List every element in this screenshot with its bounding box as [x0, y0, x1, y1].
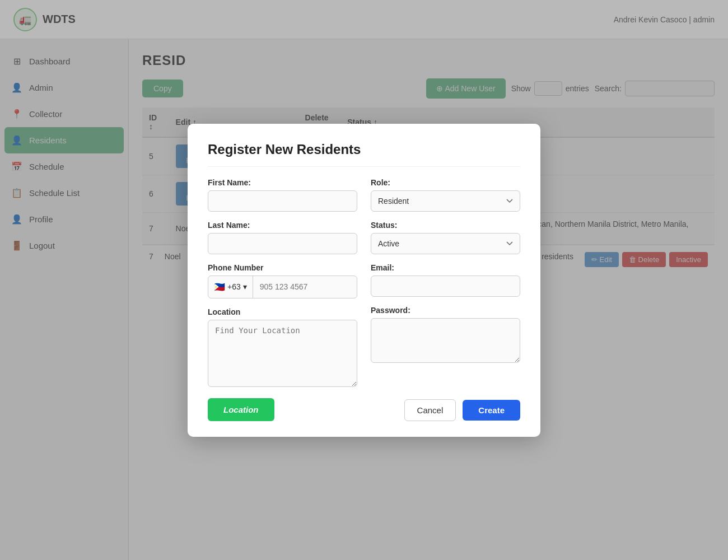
password-group: Password: [371, 306, 520, 365]
phone-flag-selector[interactable]: 🇵🇭 +63 ▾ [208, 276, 253, 298]
first-name-input[interactable] [208, 190, 357, 212]
first-name-group: First Name: [208, 178, 357, 212]
right-column: Role: Resident Admin Collector Status: A… [371, 178, 520, 398]
modal-title: Register New Residents [208, 142, 520, 167]
password-input[interactable] [371, 318, 520, 363]
status-select[interactable]: Active Inactive [371, 233, 520, 254]
modal: Register New Residents First Name: Last … [188, 124, 540, 437]
modal-footer: Location Cancel Create [208, 398, 520, 421]
left-column: First Name: Last Name: Phone Number 🇵🇭 +… [208, 178, 357, 398]
modal-overlay: Register New Residents First Name: Last … [0, 0, 728, 560]
email-label: Email: [371, 263, 520, 272]
location-group: Location [208, 307, 357, 389]
password-label: Password: [371, 306, 520, 315]
phone-chevron-icon: ▾ [243, 282, 247, 291]
last-name-input[interactable] [208, 233, 357, 254]
role-label: Role: [371, 178, 520, 187]
location-button[interactable]: Location [208, 398, 274, 421]
phone-group: Phone Number 🇵🇭 +63 ▾ [208, 263, 357, 298]
phone-input-group: 🇵🇭 +63 ▾ [208, 276, 357, 298]
status-group: Status: Active Inactive [371, 221, 520, 254]
first-name-label: First Name: [208, 178, 357, 187]
last-name-label: Last Name: [208, 221, 357, 230]
location-label: Location [208, 307, 357, 316]
email-input[interactable] [371, 276, 520, 297]
footer-right: Cancel Create [371, 399, 520, 421]
modal-body: First Name: Last Name: Phone Number 🇵🇭 +… [208, 178, 520, 421]
cancel-button[interactable]: Cancel [404, 399, 456, 421]
last-name-group: Last Name: [208, 221, 357, 254]
role-group: Role: Resident Admin Collector [371, 178, 520, 212]
footer-left: Location [208, 398, 357, 421]
flag-emoji: 🇵🇭 [214, 282, 225, 292]
phone-label: Phone Number [208, 263, 357, 272]
email-group: Email: [371, 263, 520, 297]
phone-code: +63 [227, 282, 241, 291]
create-button[interactable]: Create [463, 400, 520, 421]
role-select[interactable]: Resident Admin Collector [371, 190, 520, 212]
phone-number-input[interactable] [253, 277, 357, 297]
status-label: Status: [371, 221, 520, 230]
location-textarea[interactable] [208, 320, 357, 387]
